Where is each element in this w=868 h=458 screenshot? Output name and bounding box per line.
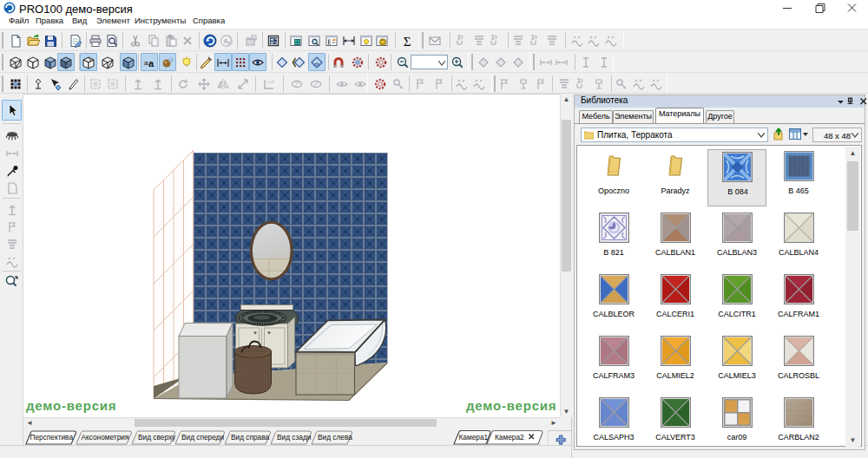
svg-text:Перспектива: Перспектива xyxy=(30,433,74,442)
svg-text:Камера1: Камера1 xyxy=(459,433,489,442)
svg-text:Вид сзади: Вид сзади xyxy=(277,433,312,442)
svg-text:Вид спереди: Вид спереди xyxy=(181,433,224,442)
svg-text:Аксонометрия: Аксонометрия xyxy=(82,433,129,442)
svg-text:Камера2: Камера2 xyxy=(495,433,524,442)
svg-text:Вид сверху: Вид сверху xyxy=(138,433,176,442)
svg-text:Вид слева: Вид слева xyxy=(318,433,352,442)
svg-text:Вид справа: Вид справа xyxy=(231,433,269,442)
